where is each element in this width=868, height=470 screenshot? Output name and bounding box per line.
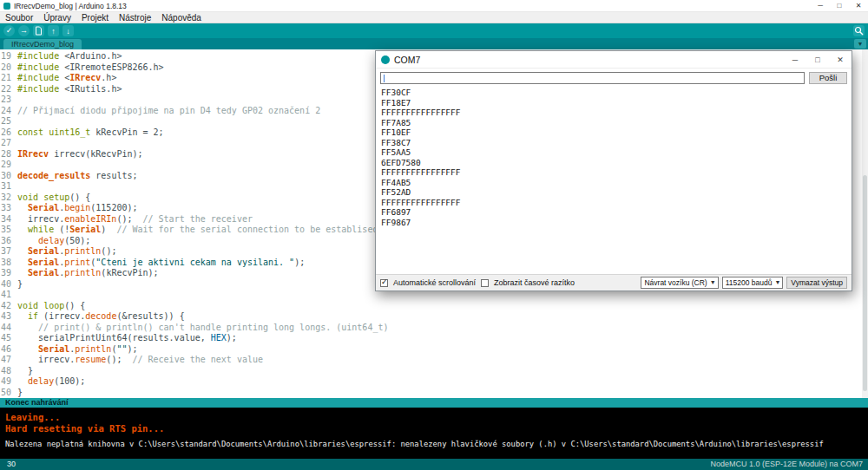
line-number: 26 [0,127,11,139]
line-ending-select[interactable]: Návrat vozíku (CR) ▼ [641,277,718,289]
menubar: Soubor Úpravy Projekt Nástroje Nápověda [0,12,868,23]
board-info: NodeMCU 1.0 (ESP-12E Module) na COM7 [710,459,863,470]
console-line: Leaving... [5,412,863,423]
serial-output-line: FFFFFFFFFFFFFFFF [381,108,846,118]
upload-status-strip: Konec nahrávání [0,398,868,408]
line-number: 46 [0,344,11,356]
upload-button[interactable]: → [18,25,30,36]
menu-item-soubor[interactable]: Soubor [0,12,38,23]
line-number: 44 [0,323,11,334]
arrow-down-icon: ↓ [66,27,70,36]
tabbar: IRrecvDemo_blog ▼ [0,38,868,49]
line-number: 21 [0,73,11,84]
code-line: 43 if (irrecv.decode(&results)) { [0,311,868,323]
line-number: 31 [0,181,11,193]
serial-output-line: FF10EF [381,127,846,138]
close-button[interactable]: ✕ [849,0,868,12]
serial-output-line: FF5AA5 [381,147,846,158]
baud-rate-select[interactable]: 115200 baudů ▼ [722,277,784,289]
window-controls: ─ □ ✕ [811,0,868,12]
line-number: 33 [0,203,11,214]
serial-bottombar: Automatické scrollování Zobrazit časové … [376,274,852,290]
menu-item-napoveda[interactable]: Nápověda [156,12,207,23]
serial-output-line: FF30CF [381,88,846,98]
serial-window-icon [381,55,390,64]
send-button[interactable]: Pošli [809,72,847,84]
line-number: 20 [0,62,11,74]
maximize-button[interactable]: □ [830,0,849,12]
verify-button[interactable]: ✓ [3,25,15,36]
menu-item-upravy[interactable]: Úpravy [38,12,76,23]
minimize-button[interactable]: ─ [811,0,830,12]
arrow-right-icon: → [20,25,28,36]
line-number: 27 [0,138,11,149]
serial-input[interactable] [380,72,805,84]
line-number: 34 [0,214,11,225]
tab-menu-button[interactable]: ▼ [854,39,866,49]
timestamp-label: Zobrazit časové razítko [494,278,575,287]
code-line: 47 irrecv.resume(); // Receive the next … [0,355,868,366]
menu-item-nastroje[interactable]: Nástroje [114,12,156,23]
line-number: 36 [0,236,11,247]
line-number: 38 [0,258,11,269]
line-number: 28 [0,149,11,160]
serial-output-line: FFFFFFFFFFFFFFFF [381,167,846,178]
line-number: 22 [0,84,11,95]
magnifier-icon [854,26,864,36]
line-number: 47 [0,355,11,366]
arduino-app-icon [3,3,10,10]
menu-item-projekt[interactable]: Projekt [76,12,114,23]
clear-output-button[interactable]: Vymazat výstup [786,277,847,289]
save-button[interactable]: ↓ [62,25,74,36]
autoscroll-checkbox[interactable] [380,279,388,287]
chevron-down-icon: ▼ [774,277,780,288]
serial-window-title: COM7 [394,55,420,65]
line-number: 49 [0,376,11,388]
code-line: 45 serialPrintUint64(results.value, HEX)… [0,333,868,344]
serial-output-line: FF52AD [381,187,846,198]
line-number: 45 [0,333,11,344]
serial-close-button[interactable]: ✕ [829,51,852,69]
line-number: 41 [0,290,11,301]
line-number: 43 [0,311,11,323]
serial-monitor-window: COM7 ─ □ ✕ Pošli FF30CFFF18E7FFFFFFFFFFF… [375,50,852,291]
serial-output-line: 6EFD7580 [381,158,846,168]
serial-maximize-button[interactable]: □ [806,51,829,69]
line-number: 29 [0,160,11,171]
upload-status-message: Konec nahrávání [5,398,69,407]
console-line: Hard resetting via RTS pin... [5,423,863,434]
line-number: 24 [0,106,11,117]
chevron-down-icon: ▼ [858,41,864,47]
serial-monitor-button[interactable] [853,25,865,36]
window-title: IRrecvDemo_blog | Arduino 1.8.13 [14,2,127,10]
serial-titlebar: COM7 ─ □ ✕ [376,51,852,69]
timestamp-checkbox[interactable] [481,279,489,287]
tab-irrecvdemo-blog[interactable]: IRrecvDemo_blog [3,39,82,49]
serial-output-line: FF4AB5 [381,178,846,188]
code-line: 42void loop() { [0,301,868,312]
line-number: 40 [0,279,11,290]
baud-rate-value: 115200 baudů [726,277,773,288]
line-number: 25 [0,116,11,127]
serial-output-line: FF7A85 [381,118,846,128]
editor-scrollbar[interactable] [862,49,868,398]
check-icon: ✓ [6,25,13,36]
line-number: 42 [0,301,11,312]
titlebar: IRrecvDemo_blog | Arduino 1.8.13 ─ □ ✕ [0,0,868,12]
scrollbar-thumb[interactable] [863,175,867,391]
console-output: Leaving...Hard resetting via RTS pin...N… [0,408,868,459]
serial-output-line: FFFFFFFFFFFFFFFF [381,198,846,208]
serial-window-controls: ─ □ ✕ [784,51,852,69]
line-number: 50 [0,388,11,399]
serial-minimize-button[interactable]: ─ [784,51,806,69]
code-line: 49 delay(100); [0,376,868,388]
statusbar: 30 NodeMCU 1.0 (ESP-12E Module) na COM7 [0,459,868,470]
line-ending-value: Návrat vozíku (CR) [644,277,707,288]
open-button[interactable]: ↑ [48,25,59,36]
autoscroll-label: Automatické scrollování [393,278,476,287]
code-line: 48 } [0,366,868,377]
code-line: 44 // print() & println() can't handle p… [0,323,868,334]
serial-output[interactable]: FF30CFFF18E7FFFFFFFFFFFFFFFFFF7A85FF10EF… [381,88,846,273]
line-number-indicator: 30 [7,459,16,470]
new-sketch-button[interactable] [33,25,44,36]
